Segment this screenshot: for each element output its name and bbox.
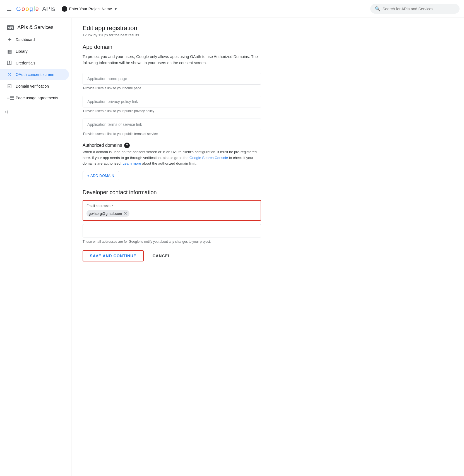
email-chip-value: go4serg@gmail.com (89, 211, 122, 216)
project-name-label: Enter Your Project Name (69, 7, 112, 11)
add-domain-label: + ADD DOMAIN (87, 174, 114, 178)
home-page-field: Provide users a link to your home page (83, 73, 261, 90)
email-chip: go4serg@gmail.com ✕ (86, 210, 129, 217)
hamburger-menu-icon[interactable]: ☰ (4, 3, 14, 15)
logo-g: G (16, 5, 21, 13)
domain-icon: ☑ (7, 83, 12, 89)
sidebar-item-credentials[interactable]: ⚿ Credentials (0, 57, 69, 69)
terms-of-service-field: Provide users a link to your public term… (83, 119, 261, 136)
credentials-icon: ⚿ (7, 60, 12, 66)
privacy-policy-input[interactable] (83, 96, 261, 107)
email-field-container: Email addresses * go4serg@gmail.com ✕ (83, 200, 261, 221)
search-input[interactable] (383, 7, 455, 11)
sidebar-label-domain: Domain verification (16, 84, 49, 88)
sidebar-item-dashboard[interactable]: ✦ Dashboard (0, 34, 69, 45)
developer-contact-section: Developer contact information Email addr… (83, 189, 261, 261)
logo-l: l (33, 5, 35, 13)
email-addresses-input[interactable] (83, 224, 261, 237)
logo-e: e (35, 5, 39, 13)
cancel-button[interactable]: CANCEL (148, 251, 175, 261)
sidebar-item-page-usage[interactable]: ≡☰ Page usage agreements (0, 92, 69, 104)
page-subtitle: 120px by 120px for the best results. (83, 33, 261, 37)
email-chip-container: go4serg@gmail.com ✕ (86, 210, 257, 217)
email-field-label: Email addresses * (86, 204, 257, 208)
main-content: Edit app registration 120px by 120px for… (71, 18, 464, 476)
sidebar-title: APIs & Services (17, 25, 53, 30)
layout: API APIs & Services ✦ Dashboard ▦ Librar… (0, 18, 464, 476)
sidebar-label-library: Library (16, 49, 28, 54)
privacy-policy-hint: Provide users a link to your public priv… (83, 109, 261, 113)
logo-o1: o (21, 5, 25, 13)
sidebar-label-credentials: Credentials (16, 61, 35, 65)
sidebar: API APIs & Services ✦ Dashboard ▦ Librar… (0, 18, 71, 476)
app-domain-section: App domain To protect you and your users… (83, 44, 261, 180)
learn-more-link[interactable]: Learn more (122, 161, 141, 165)
logo-o2: o (25, 5, 29, 13)
search-icon: 🔍 (375, 6, 380, 11)
page-usage-icon: ≡☰ (7, 95, 12, 101)
terms-of-service-input[interactable] (83, 119, 261, 130)
authorized-domains-label: Authorized domains (83, 143, 122, 148)
search-box: 🔍 (370, 4, 460, 14)
terms-of-service-hint: Provide users a link to your public term… (83, 132, 261, 136)
privacy-policy-field: Provide users a link to your public priv… (83, 96, 261, 113)
project-selector[interactable]: Enter Your Project Name ▼ (59, 4, 120, 13)
project-dropdown-icon: ▼ (114, 7, 118, 11)
developer-contact-title: Developer contact information (83, 189, 261, 196)
sidebar-label-dashboard: Dashboard (16, 37, 35, 42)
sidebar-header: API APIs & Services (0, 20, 71, 34)
authorized-domains-title: Authorized domains ? (83, 143, 261, 148)
action-row: SAVE AND CONTINUE CANCEL (83, 250, 261, 261)
sidebar-item-domain[interactable]: ☑ Domain verification (0, 80, 69, 92)
project-dot-icon (62, 6, 67, 12)
logo-apis: APIs (42, 5, 55, 13)
oauth-icon: ⁙ (7, 71, 12, 78)
google-logo: Google (16, 5, 39, 13)
library-icon: ▦ (7, 48, 12, 54)
api-badge: API (7, 25, 14, 30)
save-and-continue-button[interactable]: SAVE AND CONTINUE (83, 250, 144, 261)
auth-desc-part3: about the authorized domain limit. (141, 161, 197, 165)
add-domain-button[interactable]: + ADD DOMAIN (83, 171, 119, 180)
email-chip-close-icon[interactable]: ✕ (124, 211, 127, 216)
home-page-input[interactable] (83, 73, 261, 85)
logo-g2: g (30, 5, 33, 13)
sidebar-label-oauth: OAuth consent screen (16, 72, 54, 77)
google-search-console-link[interactable]: Google Search Console (189, 156, 228, 160)
topbar: ☰ Google APIs Enter Your Project Name ▼ … (0, 0, 464, 18)
content-area: Edit app registration 120px by 120px for… (71, 18, 272, 268)
sidebar-item-oauth[interactable]: ⁙ OAuth consent screen (0, 69, 69, 80)
sidebar-item-library[interactable]: ▦ Library (0, 45, 69, 57)
app-domain-desc: To protect you and your users, Google on… (83, 54, 261, 66)
authorized-domains-section: Authorized domains ? When a domain is us… (83, 143, 261, 180)
sidebar-label-page-usage: Page usage agreements (16, 96, 58, 100)
page-title: Edit app registration (83, 25, 261, 32)
authorized-domains-desc: When a domain is used on the consent scr… (83, 149, 261, 167)
email-hint: These email addresses are for Google to … (83, 240, 261, 244)
sidebar-collapse-button[interactable]: ◁ (2, 107, 10, 116)
authorized-domains-help-icon[interactable]: ? (124, 143, 130, 148)
home-page-hint: Provide users a link to your home page (83, 86, 261, 90)
app-domain-title: App domain (83, 44, 261, 50)
dashboard-icon: ✦ (7, 37, 12, 43)
